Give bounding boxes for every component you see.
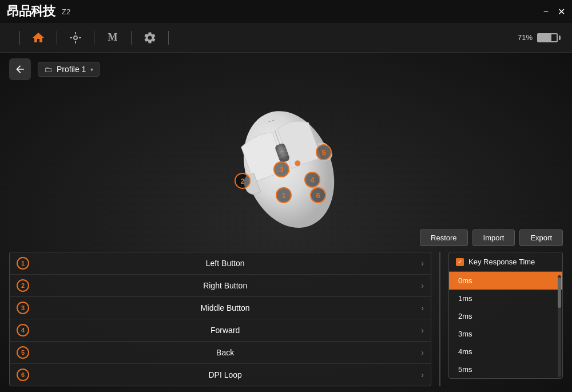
btn-arrow-6: › — [421, 370, 424, 379]
title-controls: − ✕ — [543, 6, 565, 17]
nav-bar: M 71% — [0, 23, 572, 53]
button-list-item-2[interactable]: 2 Right Button › — [10, 275, 431, 297]
nav-settings-icon[interactable] — [140, 27, 160, 48]
battery-body — [537, 33, 558, 42]
mouse-btn-1[interactable]: 1 — [276, 187, 292, 203]
battery-info: 71% — [518, 33, 561, 42]
import-button[interactable]: Import — [472, 229, 515, 246]
krt-scrollbar-thumb — [558, 278, 561, 308]
btn-num-3: 3 — [17, 302, 29, 314]
btn-label-5: Back — [35, 348, 415, 357]
profile-label: Profile 1 — [57, 65, 86, 74]
button-list-item-1[interactable]: 1 Left Button › — [10, 252, 431, 275]
app-logo: 昂品科技 — [7, 3, 55, 20]
btn-arrow-1: › — [421, 259, 424, 268]
minimize-button[interactable]: − — [543, 6, 549, 17]
button-list-item-6[interactable]: 6 DPI Loop › — [10, 364, 431, 386]
title-bar: 昂品科技 Z2 − ✕ — [0, 0, 572, 23]
btn-num-4: 4 — [17, 324, 29, 336]
nav-sep-2 — [57, 31, 57, 45]
krt-checkbox[interactable]: ✓ — [456, 258, 464, 266]
krt-option-1[interactable]: 1ms — [449, 290, 562, 307]
battery-icon — [537, 33, 561, 42]
vertical-divider — [439, 252, 440, 386]
btn-arrow-3: › — [421, 303, 424, 312]
krt-header: ✓ Key Response Time — [449, 252, 562, 272]
panels-row: 1 Left Button › 2 Right Button › 3 Middl… — [9, 252, 563, 386]
mouse-btn-3[interactable]: 3 — [273, 161, 289, 177]
mouse-btn-6[interactable]: 6 — [310, 187, 326, 203]
battery-fill — [538, 34, 551, 41]
nav-sep-5 — [168, 31, 169, 45]
svg-point-0 — [74, 36, 77, 39]
krt-option-3[interactable]: 3ms — [449, 325, 562, 343]
button-list-item-3[interactable]: 3 Middle Button › — [10, 297, 431, 319]
main-content: 🗀 Profile 1 ▾ — [0, 53, 572, 392]
profile-selector[interactable]: 🗀 Profile 1 ▾ — [38, 62, 100, 77]
krt-option-0[interactable]: 0ms — [449, 272, 562, 290]
krt-option-2[interactable]: 2ms — [449, 307, 562, 325]
btn-label-2: Right Button — [35, 281, 415, 290]
krt-option-4[interactable]: 4ms — [449, 343, 562, 361]
button-list-panel: 1 Left Button › 2 Right Button › 3 Middl… — [9, 252, 431, 386]
btn-arrow-2: › — [421, 281, 424, 290]
nav-sep-3 — [94, 31, 94, 45]
folder-icon: 🗀 — [44, 65, 52, 74]
nav-sep-4 — [131, 31, 132, 45]
battery-tip — [559, 35, 561, 40]
title-left: 昂品科技 Z2 — [7, 3, 70, 20]
mouse-btn-5[interactable]: 5 — [316, 144, 332, 160]
btn-arrow-5: › — [421, 348, 424, 357]
krt-title: Key Response Time — [468, 258, 535, 266]
button-list-item-4[interactable]: 4 Forward › — [10, 319, 431, 342]
app-model: Z2 — [62, 7, 70, 16]
btn-num-2: 2 — [17, 279, 29, 292]
export-button[interactable]: Export — [519, 229, 563, 246]
btn-num-5: 5 — [17, 346, 29, 359]
button-list-item-5[interactable]: 5 Back › — [10, 342, 431, 364]
nav-home-icon[interactable] — [28, 27, 49, 48]
mouse-btn-2[interactable]: 2 — [235, 173, 251, 189]
btn-label-4: Forward — [35, 326, 415, 335]
key-response-panel: ✓ Key Response Time 0ms1ms2ms3ms4ms5ms — [448, 252, 563, 379]
btn-num-6: 6 — [17, 369, 29, 381]
btn-label-1: Left Button — [35, 259, 415, 268]
back-button[interactable] — [9, 58, 31, 80]
bottom-panel: Restore Import Export 1 Left Button › 2 … — [0, 224, 572, 392]
restore-button[interactable]: Restore — [420, 229, 468, 246]
krt-option-5[interactable]: 5ms — [449, 361, 562, 378]
nav-dpi-icon[interactable] — [65, 27, 86, 48]
mouse-area: ~ ~ 123456 — [189, 81, 383, 241]
chevron-down-icon: ▾ — [90, 66, 93, 73]
btn-label-3: Middle Button — [35, 303, 415, 312]
btn-arrow-4: › — [421, 326, 424, 335]
krt-scrollbar[interactable] — [558, 275, 561, 377]
mouse-illustration: ~ ~ 123456 — [189, 81, 383, 241]
battery-percent: 71% — [518, 33, 533, 42]
nav-items: M — [11, 27, 177, 48]
nav-sep-1 — [19, 31, 20, 45]
nav-macro-icon[interactable]: M — [102, 27, 123, 48]
action-buttons-row: Restore Import Export — [9, 229, 563, 246]
btn-label-6: DPI Loop — [35, 370, 415, 379]
krt-options-container: 0ms1ms2ms3ms4ms5ms — [449, 272, 562, 378]
btn-num-1: 1 — [17, 257, 29, 270]
mouse-btn-4[interactable]: 4 — [304, 172, 320, 188]
close-button[interactable]: ✕ — [558, 6, 565, 17]
